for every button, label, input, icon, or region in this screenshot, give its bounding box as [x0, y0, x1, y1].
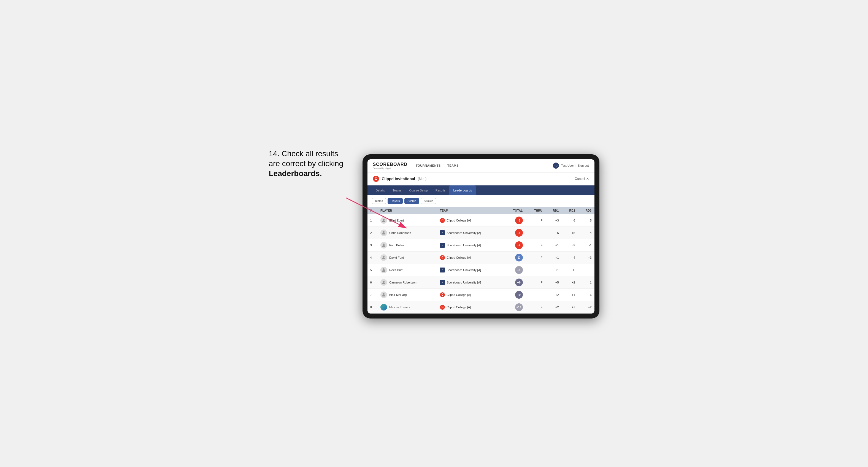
- instruction-text: 14. Check all results are correct by cli…: [269, 149, 357, 179]
- team-logo-clippd: C: [440, 255, 445, 260]
- table-row: 4David FordCClippd College [A]EF+1-4+3: [368, 251, 594, 264]
- cell-rd1: +1: [545, 239, 561, 251]
- player-name: Marcus Turners: [389, 306, 410, 309]
- cell-team: ≡Scoreboard University [A]: [437, 264, 504, 276]
- cell-thru: F: [526, 251, 545, 264]
- cell-rd2: -4: [562, 251, 578, 264]
- filter-players[interactable]: Players: [388, 198, 403, 204]
- tablet-screen: SCOREBOARD Powered by clippd TOURNAMENTS…: [368, 159, 594, 314]
- cell-player: Cameron Robertson: [378, 276, 437, 288]
- player-avatar: [380, 254, 387, 261]
- instruction-line3: Leaderboards.: [269, 169, 322, 178]
- cell-thru: F: [526, 214, 545, 227]
- cell-rd3: +6: [578, 288, 594, 301]
- cell-total: +6: [504, 276, 526, 288]
- user-icon: TU: [553, 162, 559, 168]
- tab-teams[interactable]: Teams: [389, 185, 405, 195]
- player-avatar: [380, 242, 387, 249]
- instruction-line2: are correct by clicking: [269, 159, 343, 168]
- team-logo-scoreboard: ≡: [440, 243, 445, 248]
- filter-scores[interactable]: Scores: [404, 198, 419, 204]
- cell-total: -8: [504, 214, 526, 227]
- cell-position: 6: [368, 276, 378, 288]
- cell-rd1: +5: [545, 276, 561, 288]
- col-player: PLAYER: [378, 207, 437, 214]
- cell-position: 8: [368, 301, 378, 313]
- outer-wrapper: 14. Check all results are correct by cli…: [269, 149, 599, 318]
- cell-rd1: +3: [545, 214, 561, 227]
- cell-total: -2: [504, 239, 526, 251]
- table-row: 1Elliot EbertCClippd College [A]-8F+3-6-…: [368, 214, 594, 227]
- logo-area: SCOREBOARD Powered by clippd: [373, 162, 408, 169]
- table-row: 8Marcus TurnersCClippd College [A]+11F+2…: [368, 301, 594, 313]
- player-avatar: [380, 267, 387, 273]
- cell-total: E: [504, 251, 526, 264]
- cell-player: Rich Butler: [378, 239, 437, 251]
- cell-total: +11: [504, 301, 526, 313]
- cell-team: ≡Scoreboard University [A]: [437, 276, 504, 288]
- instruction-line1: 14. Check all results: [269, 149, 338, 158]
- team-logo-clippd: C: [440, 292, 445, 297]
- tab-results[interactable]: Results: [432, 185, 450, 195]
- cell-rd1: -5: [545, 226, 561, 239]
- col-rd1: RD1: [545, 207, 561, 214]
- team-logo-clippd: C: [440, 218, 445, 223]
- cell-rd3: -1: [578, 239, 594, 251]
- cell-team: CClippd College [A]: [437, 251, 504, 264]
- nav-tournaments[interactable]: TOURNAMENTS: [416, 163, 441, 168]
- cell-player: Marcus Turners: [378, 301, 437, 313]
- sign-out-link[interactable]: Sign out: [578, 164, 589, 167]
- team-name: Clippd College [A]: [446, 219, 471, 222]
- player-name: Elliot Ebert: [389, 219, 404, 222]
- leaderboard-table: # PLAYER TEAM TOTAL THRU RD1 RD2 RD3 1El…: [368, 207, 594, 314]
- tournament-logo: C: [373, 176, 379, 182]
- cell-rd2: -2: [562, 239, 578, 251]
- filter-row: Teams Players Scores Strokes: [368, 195, 594, 207]
- team-logo-scoreboard: ≡: [440, 280, 445, 285]
- nav-teams[interactable]: TEAMS: [447, 163, 459, 168]
- cell-position: 4: [368, 251, 378, 264]
- cell-thru: F: [526, 264, 545, 276]
- cell-position: 3: [368, 239, 378, 251]
- team-logo-clippd: C: [440, 305, 445, 310]
- filter-teams[interactable]: Teams: [372, 198, 386, 204]
- team-name: Scoreboard University [A]: [446, 281, 481, 284]
- app-logo-sub: Powered by clippd: [373, 167, 408, 169]
- app-logo: SCOREBOARD: [373, 162, 408, 167]
- col-total: TOTAL: [504, 207, 526, 214]
- cell-team: CClippd College [A]: [437, 288, 504, 301]
- cell-rd1: +1: [545, 251, 561, 264]
- tournament-name: Clippd Invitational: [382, 177, 415, 181]
- col-thru: THRU: [526, 207, 545, 214]
- team-name: Clippd College [A]: [446, 293, 471, 297]
- cell-rd2: +1: [562, 288, 578, 301]
- tab-details[interactable]: Details: [372, 185, 389, 195]
- table-row: 3Rich Butler≡Scoreboard University [A]-2…: [368, 239, 594, 251]
- cell-rd3: -1: [578, 276, 594, 288]
- tab-course-setup[interactable]: Course Setup: [405, 185, 432, 195]
- tab-navigation: Details Teams Course Setup Results Leade…: [368, 185, 594, 195]
- player-name: Cameron Robertson: [389, 281, 416, 284]
- filter-strokes[interactable]: Strokes: [421, 198, 436, 204]
- cell-team: ≡Scoreboard University [A]: [437, 239, 504, 251]
- user-label: Test User |: [561, 164, 576, 167]
- table-row: 5Rees Britt≡Scoreboard University [A]+1F…: [368, 264, 594, 276]
- cell-rd1: +1: [545, 264, 561, 276]
- cell-player: Elliot Ebert: [378, 214, 437, 227]
- cancel-button[interactable]: Cancel ✕: [575, 177, 589, 181]
- svg-point-8: [383, 293, 384, 295]
- col-team: TEAM: [437, 207, 504, 214]
- cell-rd1: +2: [545, 301, 561, 313]
- cell-team: CClippd College [A]: [437, 301, 504, 313]
- team-name: Scoreboard University [A]: [446, 231, 481, 235]
- cell-position: 1: [368, 214, 378, 227]
- cell-player: Rees Britt: [378, 264, 437, 276]
- svg-point-5: [383, 256, 384, 258]
- cell-thru: F: [526, 276, 545, 288]
- tablet-device: SCOREBOARD Powered by clippd TOURNAMENTS…: [363, 154, 599, 318]
- tab-leaderboards[interactable]: Leaderboards: [449, 185, 476, 195]
- col-rd2: RD2: [562, 207, 578, 214]
- team-name: Clippd College [A]: [446, 306, 471, 309]
- table-body: 1Elliot EbertCClippd College [A]-8F+3-6-…: [368, 214, 594, 314]
- player-name: Rees Britt: [389, 268, 402, 272]
